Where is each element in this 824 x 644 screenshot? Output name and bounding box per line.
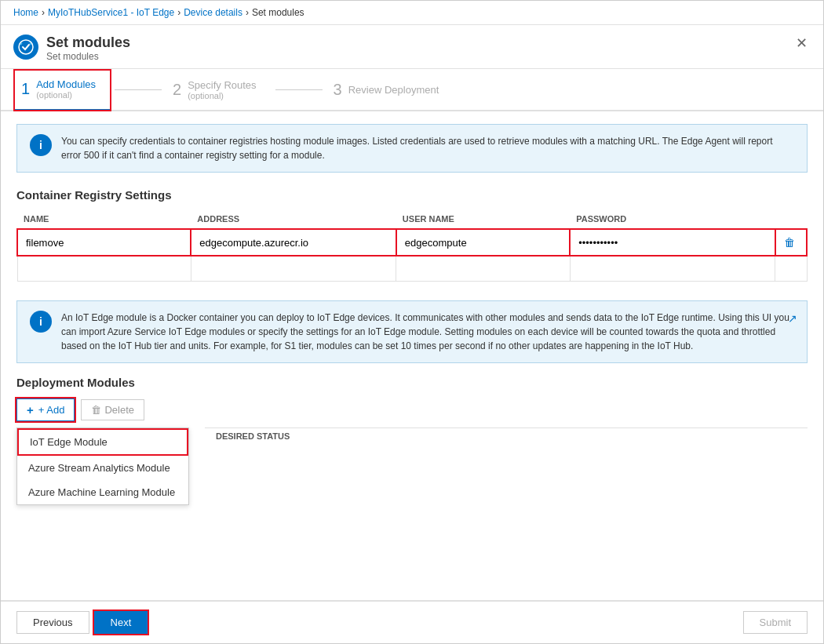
cell-password-1 <box>570 229 775 256</box>
dropdown-area: IoT Edge Module Azure Stream Analytics M… <box>16 428 808 505</box>
input-address-2[interactable] <box>195 260 393 278</box>
footer: Previous Next Submit <box>1 600 823 643</box>
dropdown-item-iot-edge[interactable]: IoT Edge Module <box>17 428 188 456</box>
col-action <box>775 211 807 229</box>
info-icon-2: i <box>30 311 52 333</box>
registry-section-title: Container Registry Settings <box>16 188 808 202</box>
cell-user-1 <box>396 229 570 256</box>
input-name-1[interactable] <box>21 234 187 252</box>
next-button[interactable]: Next <box>94 611 148 634</box>
add-icon: + <box>27 403 34 417</box>
step-connector-2 <box>275 89 323 90</box>
table-row <box>17 256 807 282</box>
table-row: 🗑 <box>17 229 807 256</box>
steps-bar: 1 Add Modules (optional) 2 Specify Route… <box>1 69 823 111</box>
add-label: + Add <box>38 404 65 416</box>
registry-table: NAME ADDRESS USER NAME PASSWORD 🗑 <box>16 211 808 282</box>
input-password-1[interactable] <box>574 234 771 252</box>
toolbar: + + Add 🗑 Delete <box>16 398 808 421</box>
desired-status-area: DESIRED STATUS <box>189 428 808 505</box>
step-3-num: 3 <box>334 81 342 99</box>
page-subtitle: Set modules <box>46 51 130 62</box>
dropdown-ml-label: Azure Machine Learning Module <box>28 486 175 498</box>
breadcrumb: Home › MyIoTHubService1 - IoT Edge › Dev… <box>1 1 823 25</box>
dropdown-item-ml[interactable]: Azure Machine Learning Module <box>17 480 188 504</box>
main-window: Home › MyIoTHubService1 - IoT Edge › Dev… <box>0 0 824 644</box>
cell-user-2 <box>396 256 570 282</box>
deploy-info-box: i An IoT Edge module is a Docker contain… <box>16 300 808 363</box>
step-2[interactable]: 2 Specify Routes (optional) <box>165 70 272 110</box>
close-button[interactable]: ✕ <box>793 35 811 52</box>
step-1-label: Add Modules <box>36 78 96 90</box>
breadcrumb-home[interactable]: Home <box>13 7 38 18</box>
breadcrumb-device[interactable]: Device details <box>184 7 242 18</box>
main-content: i You can specify credentials to contain… <box>1 111 823 600</box>
page-title: Set modules <box>46 35 130 51</box>
step-2-label: Specify Routes <box>188 79 256 91</box>
desired-status-header: DESIRED STATUS <box>205 428 808 444</box>
step-1-sublabel: (optional) <box>36 90 96 100</box>
step-3-label: Review Deployment <box>348 84 439 96</box>
step-1[interactable]: 1 Add Modules (optional) <box>13 69 111 111</box>
step-3[interactable]: 3 Review Deployment <box>326 71 455 108</box>
delete-icon: 🗑 <box>91 404 101 416</box>
input-user-1[interactable] <box>400 234 566 252</box>
breadcrumb-hub[interactable]: MyIoTHubService1 - IoT Edge <box>48 7 174 18</box>
dropdown-item-stream-analytics[interactable]: Azure Stream Analytics Module <box>17 456 188 480</box>
cell-name-2 <box>17 256 191 282</box>
input-password-2[interactable] <box>574 260 772 278</box>
registry-info-text: You can specify credentials to container… <box>61 134 794 162</box>
cell-delete-2 <box>775 256 807 282</box>
step-2-num: 2 <box>173 81 181 99</box>
header-icon <box>13 35 38 60</box>
dropdown-menu: IoT Edge Module Azure Stream Analytics M… <box>16 428 189 505</box>
cell-name-1 <box>17 229 191 256</box>
desired-status-col-label: DESIRED STATUS <box>216 431 290 441</box>
dropdown-stream-label: Azure Stream Analytics Module <box>28 462 170 474</box>
input-name-2[interactable] <box>21 260 188 278</box>
input-user-2[interactable] <box>399 260 566 278</box>
input-address-1[interactable] <box>195 234 392 252</box>
svg-point-0 <box>19 40 33 54</box>
step-connector-1 <box>115 89 162 90</box>
col-username: USER NAME <box>396 211 570 229</box>
info-icon-1: i <box>30 134 52 156</box>
delete-label: Delete <box>104 404 134 416</box>
footer-left: Previous Next <box>16 611 148 634</box>
col-name: NAME <box>17 211 191 229</box>
delete-row-1-button[interactable]: 🗑 <box>779 233 800 252</box>
header: Set modules Set modules ✕ <box>1 25 823 69</box>
deployment-section-title: Deployment Modules <box>16 376 808 389</box>
step-1-num: 1 <box>21 80 30 98</box>
col-password: PASSWORD <box>570 211 775 229</box>
dropdown-iot-edge-label: IoT Edge Module <box>30 436 108 448</box>
external-link-icon[interactable]: ↗ <box>788 311 797 327</box>
step-2-sublabel: (optional) <box>188 91 256 100</box>
previous-button[interactable]: Previous <box>16 611 89 634</box>
cell-address-2 <box>191 256 396 282</box>
breadcrumb-current: Set modules <box>252 7 304 18</box>
delete-button[interactable]: 🗑 Delete <box>81 399 144 420</box>
deploy-info-text: An IoT Edge module is a Docker container… <box>61 311 794 353</box>
cell-address-1 <box>191 229 396 256</box>
add-button[interactable]: + + Add <box>16 398 75 421</box>
cell-delete-1: 🗑 <box>775 229 807 256</box>
submit-button[interactable]: Submit <box>743 611 808 634</box>
cell-password-2 <box>570 256 775 282</box>
col-address: ADDRESS <box>191 211 396 229</box>
registry-info-box: i You can specify credentials to contain… <box>16 124 808 173</box>
